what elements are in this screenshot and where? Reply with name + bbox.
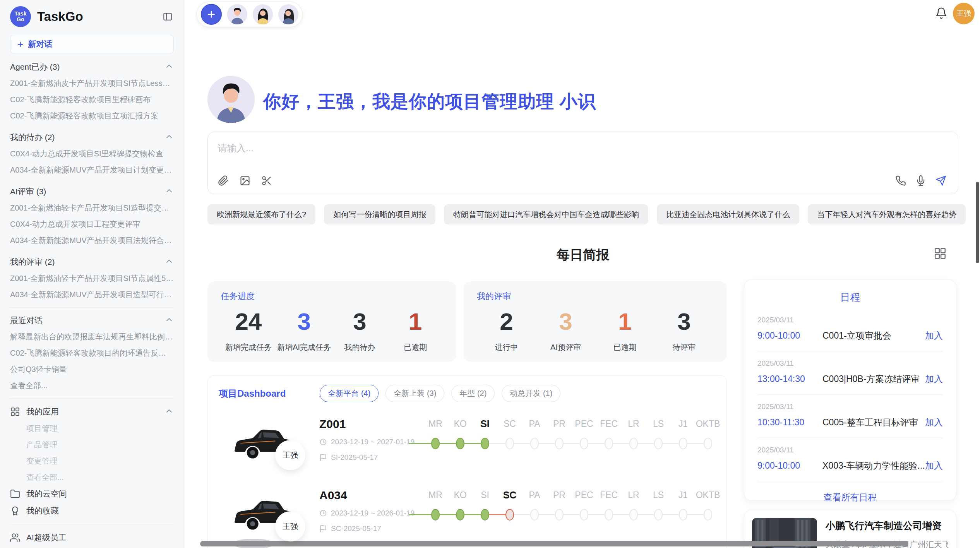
sidebar-task-item[interactable]: A034-全新新能源MUV产品开发项目法规符合性评审 xyxy=(10,232,174,248)
dashboard-filters: 全新平台 (4) 全新上装 (3) 年型 (2) 动总开发 (1) xyxy=(320,385,560,402)
suggestion-chip[interactable]: 当下年轻人对汽车外观有怎样的喜好趋势 xyxy=(808,204,966,224)
section-header[interactable]: 最近对话 xyxy=(10,312,174,329)
project-row-a034[interactable]: 王强 A034 2023-12-19 ~ 2026-01-19 SC-2025-… xyxy=(219,488,716,546)
milestone-dot xyxy=(456,438,464,449)
milestone-sc: SC xyxy=(497,488,522,534)
logo-line2: Go xyxy=(17,17,24,22)
filter-chip-modelyear[interactable]: 年型 (2) xyxy=(451,385,495,402)
divider xyxy=(10,524,174,524)
recent-chat-item[interactable]: 公司Q3轻卡销量 xyxy=(10,361,174,377)
add-chat-button[interactable] xyxy=(201,4,222,25)
stat-review-overdue: 1 已逾期 xyxy=(595,305,654,353)
my-cloud-space[interactable]: 我的云空间 xyxy=(10,485,174,502)
sidebar-task-item[interactable]: C02-飞腾新能源轻客改款项目立项汇报方案 xyxy=(10,108,174,124)
recent-chat-item[interactable]: 解释最新出台的欧盟报废车法规再生塑料比例被调至15%... xyxy=(10,329,174,345)
recent-chat-item[interactable]: C02-飞腾新能源轻客改款项目的闭环通告反馈情况 xyxy=(10,345,174,361)
milestone-ko: KO xyxy=(448,417,473,463)
horizontal-scrollbar[interactable] xyxy=(200,541,908,546)
milestone-pec: PEC xyxy=(572,488,596,534)
section-header[interactable]: AI评审 (3) xyxy=(10,183,174,200)
sidebar-task-item[interactable]: C0X4-动力总成开发项目SI里程碑提交物检查 xyxy=(10,146,174,162)
app-window: Task Go TaskGo + 新对话 Agent已办 (3) Z001-全新… xyxy=(0,0,980,548)
view-all-schedule-link[interactable]: 查看所有日程 xyxy=(757,482,943,503)
section-header[interactable]: Agent已办 (3) xyxy=(10,59,174,75)
section-my-apps: 我的应用 项目管理 产品管理 变更管理 查看全部... 我的云空间 我的收藏 xyxy=(10,403,174,519)
chevron-up-icon xyxy=(164,257,174,268)
schedule-item: 2025/03/11 13:00-14:30 C003|H0B-方案冻结评审 加… xyxy=(757,351,943,394)
section-header[interactable]: 我的评审 (2) xyxy=(10,254,174,270)
app-item-project-mgmt[interactable]: 项目管理 xyxy=(10,420,174,437)
chat-avatar-3[interactable] xyxy=(278,4,298,24)
sidebar-task-item[interactable]: C0X4-动力总成开发项目工程变更评审 xyxy=(10,216,174,232)
ai-super-employee[interactable]: AI超级员工 xyxy=(10,529,174,546)
suggestion-chip[interactable]: 欧洲新规最近颁布了什么? xyxy=(207,204,315,224)
milestone-lr: LR xyxy=(621,488,646,534)
milestone-j1: J1 xyxy=(671,417,696,463)
chat-avatar-2[interactable] xyxy=(253,4,273,24)
chat-avatar-1[interactable] xyxy=(227,4,247,24)
milestone-si: SI xyxy=(473,488,497,534)
app-item-product-mgmt[interactable]: 产品管理 xyxy=(10,437,174,453)
sidebar-task-item[interactable]: A034-全新新能源MUV产品开发项目造型可行性评审 xyxy=(10,286,174,303)
sidebar-task-item[interactable]: C02-飞腾新能源轻客改款项目里程碑画布 xyxy=(10,91,174,108)
join-meeting-link[interactable]: 加入 xyxy=(925,330,943,342)
vertical-scrollbar[interactable] xyxy=(976,182,979,263)
join-meeting-link[interactable]: 加入 xyxy=(925,373,943,385)
microphone-icon[interactable] xyxy=(915,175,926,186)
stat-in-progress: 2 进行中 xyxy=(477,305,536,353)
join-meeting-link[interactable]: 加入 xyxy=(925,460,943,472)
clock-icon xyxy=(319,438,327,446)
filter-chip-upfit[interactable]: 全新上装 (3) xyxy=(385,385,444,402)
my-apps-header[interactable]: 我的应用 xyxy=(10,403,174,420)
milestone-ls: LS xyxy=(646,417,671,463)
greeting-text: 你好，王强，我是你的项目管理助理 小识 xyxy=(263,90,596,114)
view-all-chats-link[interactable]: 查看全部... xyxy=(10,377,174,394)
collapse-sidebar-icon[interactable] xyxy=(161,10,174,23)
app-item-change-mgmt[interactable]: 变更管理 xyxy=(10,453,174,469)
project-row-z001[interactable]: 王强 Z001 2023-12-19 ~ 2027-01-19 SI-2025-… xyxy=(219,417,716,475)
sidebar-task-item[interactable]: Z001-全新燃油轻卡产品开发项目SI节点属性5D文件评审 xyxy=(10,270,174,286)
sidebar-task-item[interactable]: A034-全新新能源MUV产品开发项目计划变更表编写 xyxy=(10,162,174,178)
filter-chip-powertrain[interactable]: 动总开发 (1) xyxy=(502,385,560,402)
user-avatar[interactable]: 王强 xyxy=(953,3,975,24)
schedule-name: X003-车辆动力学性能验... xyxy=(822,460,925,472)
image-icon[interactable] xyxy=(240,175,250,186)
schedule-title: 日程 xyxy=(757,291,943,304)
milestone-fec: FEC xyxy=(596,417,621,463)
project-info: A034 2023-12-19 ~ 2026-01-19 SC-2025-05-… xyxy=(319,489,415,533)
send-icon[interactable] xyxy=(935,175,946,186)
attachment-toolbar xyxy=(218,175,272,186)
my-favorites[interactable]: 我的收藏 xyxy=(10,502,174,519)
app-logo: Task Go xyxy=(10,6,31,27)
milestone-dot xyxy=(530,509,539,521)
sidebar-task-item[interactable]: Z001-全新燃油皮卡产品开发项目SI节点Lesson Learn报告 xyxy=(10,75,174,91)
notification-bell-icon[interactable] xyxy=(935,7,948,20)
layout-grid-icon[interactable] xyxy=(934,247,947,260)
section-header[interactable]: 我的待办 (2) xyxy=(10,129,174,146)
milestone-pr: PR xyxy=(547,488,572,534)
card-title: 任务进度 xyxy=(221,291,443,302)
view-all-apps-link[interactable]: 查看全部... xyxy=(10,469,174,485)
project-owner-badge: 王强 xyxy=(275,440,305,470)
project-flag-milestone: SC-2025-05-17 xyxy=(319,524,415,533)
schedule-date: 2025/03/11 xyxy=(757,359,943,368)
project-code: A034 xyxy=(319,489,415,502)
join-meeting-link[interactable]: 加入 xyxy=(925,416,943,428)
project-owner-badge: 王强 xyxy=(275,511,305,541)
paperclip-icon[interactable] xyxy=(218,175,229,186)
sidebar-task-item[interactable]: Z001-全新燃油轻卡产品开发项目SI造型提交物评审 xyxy=(10,200,174,216)
suggestion-chip[interactable]: 比亚迪全固态电池计划具体说了什么 xyxy=(657,204,799,224)
suggestion-chip[interactable]: 如何写一份清晰的项目周报 xyxy=(324,204,435,224)
milestone-pa: PA xyxy=(522,417,547,463)
help-me-write[interactable]: 帮我写作 xyxy=(10,546,174,548)
phone-icon[interactable] xyxy=(895,175,906,186)
section-ai-review: AI评审 (3) Z001-全新燃油轻卡产品开发项目SI造型提交物评审 C0X4… xyxy=(10,183,174,248)
milestone-dot xyxy=(580,509,588,521)
suggestion-chip[interactable]: 特朗普可能对进口汽车增税会对中国车企造成哪些影响 xyxy=(444,204,648,224)
filter-chip-platform[interactable]: 全新平台 (4) xyxy=(320,385,379,402)
project-dates: 2023-12-19 ~ 2027-01-19 xyxy=(319,438,415,446)
new-chat-button[interactable]: + 新对话 xyxy=(10,35,174,53)
chat-input[interactable] xyxy=(218,143,760,154)
scissors-icon[interactable] xyxy=(261,175,272,186)
milestone-dot xyxy=(679,438,687,449)
